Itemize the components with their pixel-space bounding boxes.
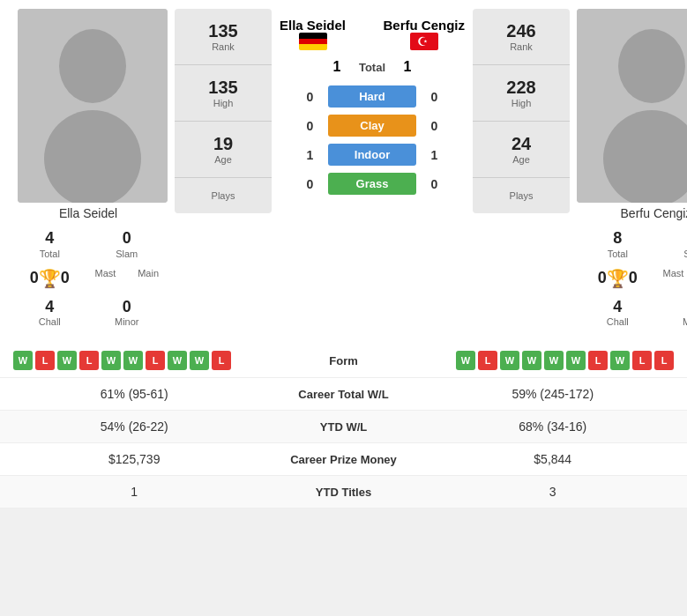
left-total-cell: 4 Total bbox=[18, 226, 82, 263]
stats-right-value: $5,844 bbox=[432, 452, 675, 466]
center-column: Ella Seidel Berfu Cengiz 1 Total 1 0 Har… bbox=[275, 9, 469, 330]
left-rank-stat: 135 Rank bbox=[175, 9, 272, 65]
right-total-cell: 8 Total bbox=[586, 226, 650, 263]
form-badge-w: W bbox=[123, 351, 143, 370]
stats-left-value: 61% (95-61) bbox=[13, 387, 256, 401]
right-player-wrapper: Berfu Cengiz 8 Total 0 Slam 0 🏆 0 bbox=[577, 9, 687, 330]
left-slam-cell: 0 Slam bbox=[95, 226, 160, 263]
clay-row: 0 Clay 0 bbox=[275, 115, 469, 137]
svg-point-2 bbox=[44, 110, 141, 203]
left-form-badges: WLWLWWLWWL bbox=[13, 351, 291, 370]
left-minor-cell: 0 Minor bbox=[95, 294, 160, 331]
main-container: Ella Seidel 4 Total 0 Slam 0 🏆 0 bbox=[0, 0, 687, 508]
right-player-title: Berfu Cengiz bbox=[383, 18, 465, 33]
hard-btn: Hard bbox=[328, 85, 416, 108]
right-player-name: Berfu Cengiz bbox=[621, 206, 687, 220]
form-badge-w: W bbox=[500, 351, 519, 370]
form-badge-l: L bbox=[146, 351, 165, 370]
stats-left-value: $125,739 bbox=[13, 452, 256, 466]
right-player-header: Berfu Cengiz bbox=[383, 13, 465, 50]
left-player-wrapper: Ella Seidel 4 Total 0 Slam 0 🏆 0 bbox=[9, 9, 168, 330]
stats-left-value: 54% (26-22) bbox=[13, 419, 256, 434]
stats-right-value: 3 bbox=[432, 485, 675, 499]
career-stats-row: $125,739Career Prize Money$5,844 bbox=[0, 443, 687, 476]
form-badge-l: L bbox=[79, 351, 99, 370]
form-badge-l: L bbox=[654, 351, 674, 370]
player-comparison-section: Ella Seidel 4 Total 0 Slam 0 🏆 0 bbox=[0, 0, 687, 344]
stats-right-value: 68% (34-16) bbox=[432, 419, 675, 434]
right-chall-cell: 4 Chall bbox=[586, 294, 650, 331]
left-mast-cell: 0 🏆 0 bbox=[18, 264, 82, 293]
form-badge-w: W bbox=[544, 351, 564, 370]
left-flag bbox=[299, 33, 327, 50]
form-badge-l: L bbox=[588, 351, 608, 370]
left-plays-stat: Plays bbox=[175, 178, 272, 213]
form-badge-l: L bbox=[632, 351, 652, 370]
career-stats-container: 61% (95-61)Career Total W/L59% (245-172)… bbox=[0, 378, 687, 508]
indoor-row: 1 Indoor 1 bbox=[275, 144, 469, 166]
left-player-photo bbox=[18, 9, 168, 203]
form-badge-l: L bbox=[212, 351, 231, 370]
grass-row: 0 Grass 0 bbox=[275, 173, 469, 195]
career-stats-row: 54% (26-22)YTD W/L68% (34-16) bbox=[0, 411, 687, 443]
form-badge-w: W bbox=[101, 351, 121, 370]
right-mast-cell: 0 🏆 0 bbox=[586, 264, 650, 293]
hard-row: 0 Hard 0 bbox=[275, 85, 469, 108]
form-badge-w: W bbox=[522, 351, 541, 370]
form-badge-w: W bbox=[610, 351, 630, 370]
left-trophy-icon: 🏆 bbox=[39, 268, 61, 289]
right-rank-panel: 246 Rank 228 High 24 Age Plays bbox=[473, 9, 570, 213]
form-section: WLWLWWLWWL Form WLWWWWLWLL bbox=[0, 344, 687, 378]
left-player-name: Ella Seidel bbox=[59, 206, 117, 220]
left-side: Ella Seidel 4 Total 0 Slam 0 🏆 0 bbox=[0, 9, 275, 330]
form-badge-w: W bbox=[190, 351, 209, 370]
career-stats-row: 1YTD Titles3 bbox=[0, 476, 687, 508]
left-rank-panel: 135 Rank 135 High 19 Age Plays bbox=[175, 9, 272, 213]
form-label: Form bbox=[291, 354, 397, 367]
form-badge-l: L bbox=[35, 351, 55, 370]
right-player-photo bbox=[577, 9, 687, 203]
right-slam-cell: 0 Slam bbox=[663, 226, 688, 263]
stats-left-value: 1 bbox=[13, 485, 256, 499]
left-player-header: Ella Seidel bbox=[280, 13, 346, 50]
form-badge-w: W bbox=[456, 351, 475, 370]
left-age-stat: 19 Age bbox=[175, 122, 272, 178]
form-badge-w: W bbox=[13, 351, 33, 370]
right-trophy-icon: 🏆 bbox=[607, 268, 629, 289]
stats-right-value: 59% (245-172) bbox=[432, 387, 675, 401]
total-row: 1 Total 1 bbox=[275, 59, 469, 75]
left-high-stat: 135 High bbox=[175, 65, 272, 122]
form-badge-w: W bbox=[168, 351, 187, 370]
form-badge-w: W bbox=[57, 351, 77, 370]
right-high-stat: 228 High bbox=[473, 65, 570, 122]
career-stats-row: 61% (95-61)Career Total W/L59% (245-172) bbox=[0, 378, 687, 411]
indoor-btn: Indoor bbox=[328, 144, 416, 166]
stats-center-label: YTD Titles bbox=[256, 486, 432, 499]
svg-point-4 bbox=[618, 29, 685, 103]
svg-point-1 bbox=[59, 29, 126, 103]
right-minor-cell: 4 Minor bbox=[663, 294, 688, 331]
right-form-badges: WLWWWWLWLL bbox=[397, 351, 675, 370]
right-plays-stat: Plays bbox=[473, 178, 570, 213]
left-player-title: Ella Seidel bbox=[280, 18, 346, 33]
right-side: 246 Rank 228 High 24 Age Plays bbox=[469, 9, 687, 330]
stats-center-label: YTD W/L bbox=[256, 420, 432, 434]
stats-center-label: Career Total W/L bbox=[256, 388, 432, 401]
form-badge-w: W bbox=[566, 351, 586, 370]
grass-btn: Grass bbox=[328, 173, 416, 195]
right-rank-stat: 246 Rank bbox=[473, 9, 570, 65]
right-age-stat: 24 Age bbox=[473, 122, 570, 178]
form-badge-l: L bbox=[478, 351, 497, 370]
right-flag bbox=[410, 33, 438, 50]
stats-center-label: Career Prize Money bbox=[256, 453, 432, 466]
clay-btn: Clay bbox=[328, 115, 416, 137]
left-chall-cell: 4 Chall bbox=[18, 294, 82, 331]
